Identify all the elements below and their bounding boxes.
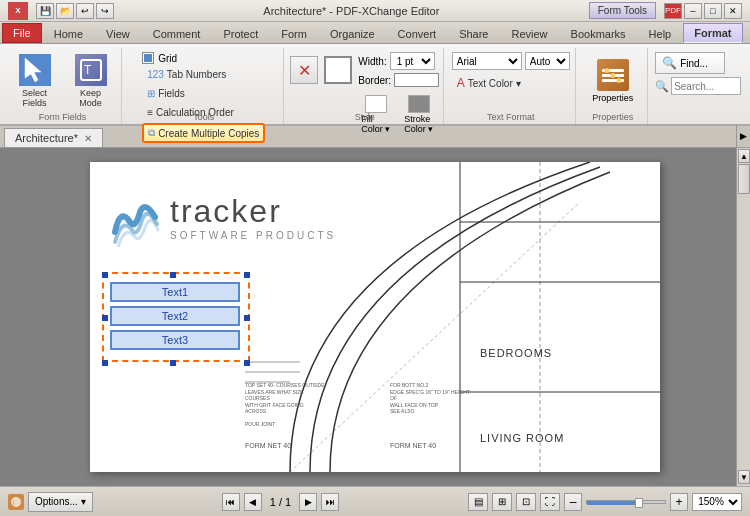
form-field-text1[interactable]: Text1 bbox=[110, 282, 240, 302]
minimize-btn[interactable]: – bbox=[684, 3, 702, 19]
stroke-color-button[interactable]: StrokeColor ▾ bbox=[401, 92, 436, 137]
doc-tab-title: Architecture* bbox=[15, 132, 78, 144]
zoom-in-button[interactable]: + bbox=[670, 493, 688, 511]
svg-marker-0 bbox=[25, 58, 41, 82]
app-logo: X bbox=[8, 2, 28, 20]
tab-file[interactable]: File bbox=[2, 23, 42, 43]
tab-protect[interactable]: Protect bbox=[212, 24, 269, 43]
status-icon: i bbox=[8, 494, 24, 510]
close-btn[interactable]: ✕ bbox=[724, 3, 742, 19]
view-facing-btn[interactable]: ⊡ bbox=[516, 493, 536, 511]
tab-convert[interactable]: Convert bbox=[387, 24, 448, 43]
svg-point-6 bbox=[604, 68, 609, 73]
fill-square-button[interactable] bbox=[324, 56, 352, 84]
grid-checkbox[interactable] bbox=[142, 52, 154, 64]
scroll-thumb[interactable] bbox=[738, 164, 750, 194]
svg-point-7 bbox=[610, 73, 615, 78]
open-btn[interactable]: 📂 bbox=[56, 3, 74, 19]
search-icon: 🔍 bbox=[655, 80, 669, 93]
zoom-out-button[interactable]: – bbox=[564, 493, 582, 511]
tab-home[interactable]: Home bbox=[43, 24, 94, 43]
tab-form[interactable]: Form bbox=[270, 24, 318, 43]
zoom-slider[interactable] bbox=[586, 500, 666, 504]
width-select[interactable]: 1 pt2 pt3 pt bbox=[390, 52, 435, 70]
tab-review[interactable]: Review bbox=[500, 24, 558, 43]
tab-numbers-button[interactable]: 123 Tab Numbers bbox=[142, 66, 231, 83]
tracker-text: tracker SOFTWARE PRODUCTS bbox=[170, 193, 336, 241]
ribbon-tabs: File Home View Comment Protect Form Orga… bbox=[0, 22, 750, 44]
window-title: Architecture* - PDF-XChange Editor bbox=[114, 5, 589, 17]
border-style-swatch[interactable] bbox=[394, 73, 439, 87]
scroll-up-btn[interactable]: ▲ bbox=[738, 149, 750, 163]
last-page-btn[interactable]: ⏭ bbox=[321, 493, 339, 511]
form-field-text2[interactable]: Text2 bbox=[110, 306, 240, 326]
search-input[interactable] bbox=[671, 77, 741, 95]
zoom-slider-fill bbox=[587, 501, 637, 505]
properties-button[interactable]: Properties bbox=[585, 52, 641, 110]
style-inputs: Width: 1 pt2 pt3 pt Border: FillColor ▾ bbox=[358, 52, 439, 137]
title-bar-left: X 💾 📂 ↩ ↪ bbox=[8, 2, 114, 20]
select-fields-button[interactable]: SelectFields bbox=[9, 52, 61, 110]
field-text2-label: Text2 bbox=[162, 310, 188, 322]
redo-btn[interactable]: ↪ bbox=[96, 3, 114, 19]
form-field-text3[interactable]: Text3 bbox=[110, 330, 240, 350]
living-room-label: LIVING ROOM bbox=[480, 432, 564, 444]
tab-organize[interactable]: Organize bbox=[319, 24, 386, 43]
undo-btn[interactable]: ↩ bbox=[76, 3, 94, 19]
tab-view[interactable]: View bbox=[95, 24, 141, 43]
handle-br bbox=[244, 360, 250, 366]
font-size-select[interactable]: Auto81012 bbox=[525, 52, 570, 70]
width-label: Width: bbox=[358, 56, 386, 67]
doc-tab-close[interactable]: ✕ bbox=[84, 133, 92, 144]
fields-button[interactable]: ⊞ Fields bbox=[142, 85, 190, 102]
pdf-icon: PDF bbox=[664, 3, 682, 19]
handle-mr bbox=[244, 315, 250, 321]
tab-help[interactable]: Help bbox=[638, 24, 683, 43]
tab-share[interactable]: Share bbox=[448, 24, 499, 43]
form-fields-area: Text1 Text2 Text3 bbox=[110, 282, 240, 350]
zoom-slider-thumb[interactable] bbox=[635, 498, 643, 508]
tab-format[interactable]: Format bbox=[683, 23, 742, 43]
font-row: Arial Auto81012 bbox=[452, 52, 570, 70]
main-content: tracker SOFTWARE PRODUCTS Text1 Text2 Te… bbox=[0, 148, 750, 486]
view-continuous-btn[interactable]: ⊞ bbox=[492, 493, 512, 511]
scroll-down-btn[interactable]: ▼ bbox=[738, 470, 750, 484]
font-family-select[interactable]: Arial bbox=[452, 52, 522, 70]
create-copies-label: Create Multiple Copies bbox=[158, 128, 259, 139]
handle-bl bbox=[102, 360, 108, 366]
keep-mode-button[interactable]: T KeepMode bbox=[65, 52, 117, 110]
save-btn[interactable]: 💾 bbox=[36, 3, 54, 19]
calculation-order-button[interactable]: ≡ Calculation Order bbox=[142, 104, 239, 121]
view-single-btn[interactable]: ▤ bbox=[468, 493, 488, 511]
find-button[interactable]: 🔍 Find... bbox=[655, 52, 725, 74]
view-fullscreen-btn[interactable]: ⛶ bbox=[540, 493, 560, 511]
stroke-color-label: StrokeColor ▾ bbox=[404, 114, 433, 134]
next-page-btn[interactable]: ▶ bbox=[299, 493, 317, 511]
tab-bookmarks[interactable]: Bookmarks bbox=[560, 24, 637, 43]
text-color-button[interactable]: A Text Color ▾ bbox=[452, 73, 526, 93]
text-format-group-label: Text Format bbox=[487, 112, 535, 122]
tab-comment[interactable]: Comment bbox=[142, 24, 212, 43]
fill-color-swatch bbox=[365, 95, 387, 113]
create-multiple-copies-button[interactable]: ⧉ Create Multiple Copies bbox=[142, 123, 265, 143]
find-icon: 🔍 bbox=[662, 56, 677, 70]
tab-scroll-right[interactable]: ▶ bbox=[736, 125, 750, 147]
handle-ml bbox=[102, 315, 108, 321]
fields-label: Fields bbox=[158, 88, 185, 99]
form-net-label-1: FORM NET 40 bbox=[245, 442, 291, 449]
prev-page-btn[interactable]: ◀ bbox=[244, 493, 262, 511]
form-fields-group-label: Form Fields bbox=[39, 112, 87, 122]
clear-style-button[interactable]: ✕ bbox=[290, 56, 318, 84]
tracker-icon bbox=[110, 192, 160, 242]
tracker-logo: tracker SOFTWARE PRODUCTS bbox=[110, 192, 336, 242]
v-scrollbar[interactable]: ▲ ▼ bbox=[736, 148, 750, 486]
text-format-content: Arial Auto81012 A Text Color ▾ bbox=[452, 48, 570, 110]
status-bar: i Options... ▾ ⏮ ◀ 1 / 1 ▶ ⏭ ▤ ⊞ ⊡ ⛶ – +… bbox=[0, 486, 750, 516]
document-tab[interactable]: Architecture* ✕ bbox=[4, 128, 103, 147]
first-page-btn[interactable]: ⏮ bbox=[222, 493, 240, 511]
maximize-btn[interactable]: □ bbox=[704, 3, 722, 19]
options-button[interactable]: Options... ▾ bbox=[28, 492, 93, 512]
tab-arrange[interactable]: Arrange bbox=[744, 24, 751, 43]
find-content: 🔍 Find... 🔍 bbox=[655, 48, 741, 110]
zoom-level-select[interactable]: 150%100%75%50% bbox=[692, 493, 742, 511]
